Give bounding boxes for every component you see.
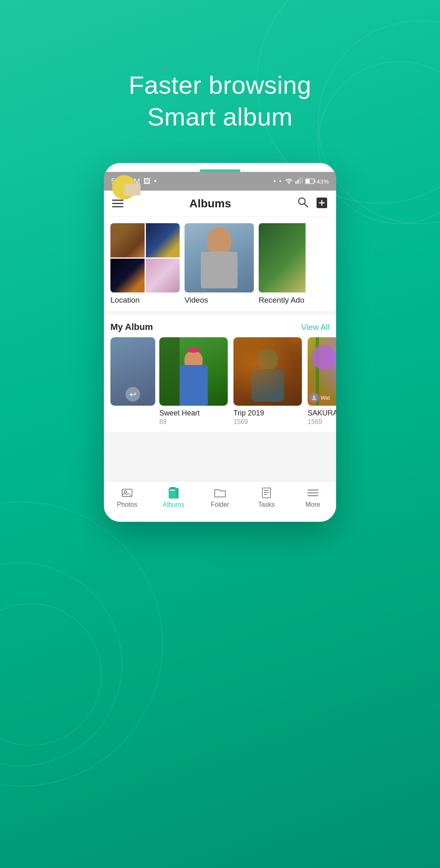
tasks-icon	[260, 486, 273, 499]
my-album-title: My Album	[110, 322, 153, 332]
my-album-sweetheart[interactable]: Sweet Heart 89	[159, 337, 228, 426]
my-album-first[interactable]: ↩	[110, 337, 155, 426]
svg-line-8	[304, 204, 308, 207]
svg-rect-18	[170, 490, 175, 491]
trip-count: 1569	[233, 418, 302, 426]
sakura-name: SAKURA	[308, 409, 336, 418]
bg-decoration-6	[0, 603, 102, 746]
status-dot: •	[154, 177, 157, 186]
trip-name: Trip 2019	[233, 409, 302, 418]
svg-rect-17	[170, 487, 176, 489]
nav-folder-label: Folder	[211, 501, 229, 508]
watch-avatar	[309, 393, 319, 402]
svg-point-12	[313, 396, 315, 398]
folder-icon	[213, 486, 227, 499]
album-recently-added-bg	[259, 223, 306, 292]
album-location-label: Location	[110, 296, 180, 305]
trip-bg	[233, 337, 302, 406]
hero-line1: Faster browsing	[129, 71, 312, 99]
nav-tasks-label: Tasks	[258, 501, 275, 508]
my-album-trip-img	[233, 337, 302, 406]
status-bar-right: • • 43%	[273, 177, 329, 185]
album-cell-3	[110, 259, 145, 293]
album-cell-4	[146, 259, 180, 293]
nav-photos[interactable]: Photos	[104, 486, 150, 519]
person-body-shape	[201, 252, 238, 288]
battery-icon: 43%	[305, 178, 329, 185]
my-album-trip2019[interactable]: Trip 2019 1569	[233, 337, 302, 426]
phone-mockup: 5:29 PM 🖼 • • • 43%	[104, 163, 336, 522]
status-dots: • •	[273, 178, 282, 185]
first-album-icon: ↩	[125, 387, 140, 402]
more-icon	[306, 486, 319, 499]
my-albums-row: ↩	[104, 337, 336, 432]
album-recently-added-img	[259, 223, 306, 292]
phone-frame: 5:29 PM 🖼 • • • 43%	[104, 163, 336, 522]
status-photo-icon: 🖼	[143, 177, 151, 186]
sweetheart-bg	[159, 337, 228, 406]
nav-albums-label: Albums	[163, 501, 184, 508]
flower-bloom	[312, 345, 336, 370]
section-divider-1	[104, 311, 336, 314]
bottom-navigation: Photos Albums Folde	[104, 481, 336, 522]
search-button[interactable]	[297, 196, 308, 211]
album-recently-added[interactable]: Recently Ado	[259, 223, 306, 311]
nav-photos-label: Photos	[117, 501, 137, 508]
hair-bow	[187, 348, 200, 353]
my-album-sweetheart-img	[159, 337, 228, 406]
sakura-count: 1569	[308, 418, 336, 426]
svg-rect-2	[299, 178, 301, 184]
photo-icon	[121, 486, 134, 499]
add-album-button[interactable]	[316, 197, 328, 211]
person-body	[195, 223, 244, 288]
sakura-watch-badge: Wat	[309, 393, 330, 402]
my-album-sakura[interactable]: Wat SAKURA 1569	[308, 337, 336, 426]
album-videos-img	[185, 223, 254, 292]
album-cell-1	[110, 223, 145, 257]
tree-trunk	[159, 337, 180, 406]
my-album-sakura-img: Wat	[308, 337, 336, 406]
nav-more-label: More	[306, 501, 320, 508]
albums-icon	[167, 486, 180, 499]
album-location-grid	[110, 223, 180, 292]
nav-tasks[interactable]: Tasks	[243, 486, 290, 519]
sweetheart-name: Sweet Heart	[159, 409, 228, 418]
bg-decoration-5	[0, 563, 122, 766]
svg-rect-5	[314, 180, 315, 182]
watch-label: Wat	[321, 395, 330, 401]
signal-icon	[295, 177, 303, 185]
hero-section: Faster browsing Smart album	[0, 69, 440, 132]
nav-folder[interactable]: Folder	[197, 486, 243, 519]
view-all-button[interactable]: View All	[301, 323, 330, 332]
hero-line2: Smart album	[147, 103, 293, 131]
svg-rect-1	[297, 180, 299, 184]
nav-albums[interactable]: Albums	[150, 486, 197, 519]
app-bar-icons	[297, 196, 328, 211]
my-album-first-img: ↩	[110, 337, 155, 406]
svg-rect-0	[295, 181, 297, 184]
svg-marker-16	[177, 488, 178, 499]
nav-more[interactable]: More	[290, 486, 336, 519]
wifi-icon	[285, 177, 293, 185]
album-videos-label: Videos	[185, 296, 254, 305]
svg-rect-6	[306, 180, 310, 183]
svg-rect-15	[169, 488, 177, 499]
album-recently-added-label: Recently Ado	[259, 296, 306, 305]
leaves-overlay	[233, 337, 302, 406]
svg-rect-3	[301, 177, 303, 184]
album-location[interactable]: Location	[110, 223, 180, 311]
my-album-header: My Album View All	[104, 314, 336, 337]
smart-albums-row: Location Videos	[104, 217, 336, 311]
battery-percent: 43%	[317, 178, 329, 185]
album-videos[interactable]: Videos	[185, 223, 254, 311]
album-videos-bg	[185, 223, 254, 292]
app-title: Albums	[189, 197, 231, 210]
sweetheart-count: 89	[159, 418, 228, 426]
girl-body	[179, 365, 208, 406]
bg-decoration-4	[0, 501, 163, 787]
menu-button[interactable]	[112, 200, 123, 207]
album-cell-2	[146, 223, 180, 257]
